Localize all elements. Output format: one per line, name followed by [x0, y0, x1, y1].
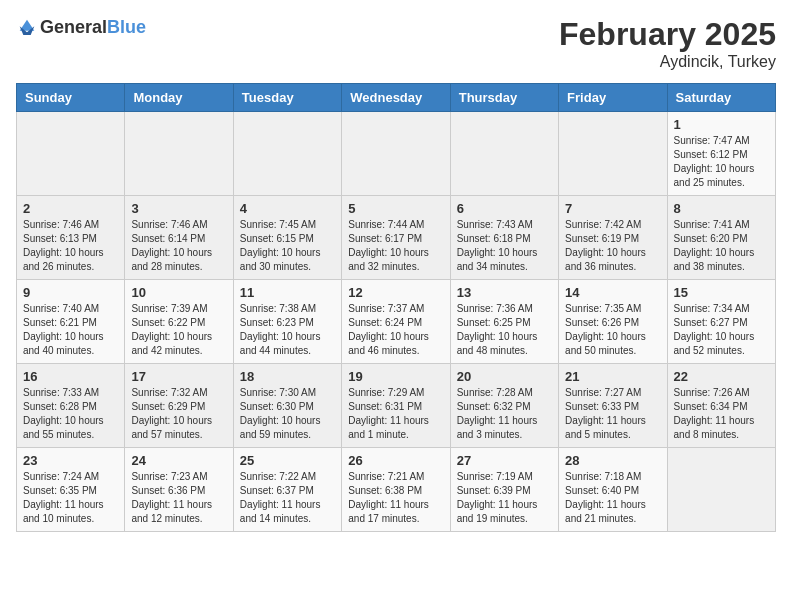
day-number: 1 — [674, 117, 769, 132]
cell-content: Sunrise: 7:39 AM Sunset: 6:22 PM Dayligh… — [131, 302, 226, 358]
calendar-week-row: 23Sunrise: 7:24 AM Sunset: 6:35 PM Dayli… — [17, 448, 776, 532]
cell-content: Sunrise: 7:46 AM Sunset: 6:13 PM Dayligh… — [23, 218, 118, 274]
cell-content: Sunrise: 7:42 AM Sunset: 6:19 PM Dayligh… — [565, 218, 660, 274]
calendar-cell: 9Sunrise: 7:40 AM Sunset: 6:21 PM Daylig… — [17, 280, 125, 364]
day-number: 10 — [131, 285, 226, 300]
day-number: 8 — [674, 201, 769, 216]
calendar-cell: 27Sunrise: 7:19 AM Sunset: 6:39 PM Dayli… — [450, 448, 558, 532]
location-title: Aydincik, Turkey — [559, 53, 776, 71]
day-number: 9 — [23, 285, 118, 300]
cell-content: Sunrise: 7:45 AM Sunset: 6:15 PM Dayligh… — [240, 218, 335, 274]
calendar-cell: 8Sunrise: 7:41 AM Sunset: 6:20 PM Daylig… — [667, 196, 775, 280]
cell-content: Sunrise: 7:21 AM Sunset: 6:38 PM Dayligh… — [348, 470, 443, 526]
logo-blue-text: Blue — [107, 17, 146, 37]
calendar-cell: 4Sunrise: 7:45 AM Sunset: 6:15 PM Daylig… — [233, 196, 341, 280]
day-number: 19 — [348, 369, 443, 384]
day-number: 16 — [23, 369, 118, 384]
calendar-cell: 20Sunrise: 7:28 AM Sunset: 6:32 PM Dayli… — [450, 364, 558, 448]
day-number: 28 — [565, 453, 660, 468]
calendar-cell: 5Sunrise: 7:44 AM Sunset: 6:17 PM Daylig… — [342, 196, 450, 280]
day-number: 26 — [348, 453, 443, 468]
col-thursday: Thursday — [450, 84, 558, 112]
cell-content: Sunrise: 7:30 AM Sunset: 6:30 PM Dayligh… — [240, 386, 335, 442]
col-sunday: Sunday — [17, 84, 125, 112]
day-number: 12 — [348, 285, 443, 300]
calendar-cell: 22Sunrise: 7:26 AM Sunset: 6:34 PM Dayli… — [667, 364, 775, 448]
calendar-cell: 21Sunrise: 7:27 AM Sunset: 6:33 PM Dayli… — [559, 364, 667, 448]
cell-content: Sunrise: 7:18 AM Sunset: 6:40 PM Dayligh… — [565, 470, 660, 526]
calendar-cell: 23Sunrise: 7:24 AM Sunset: 6:35 PM Dayli… — [17, 448, 125, 532]
logo-general-text: General — [40, 17, 107, 37]
day-number: 22 — [674, 369, 769, 384]
calendar-cell: 1Sunrise: 7:47 AM Sunset: 6:12 PM Daylig… — [667, 112, 775, 196]
cell-content: Sunrise: 7:23 AM Sunset: 6:36 PM Dayligh… — [131, 470, 226, 526]
col-wednesday: Wednesday — [342, 84, 450, 112]
calendar-cell: 13Sunrise: 7:36 AM Sunset: 6:25 PM Dayli… — [450, 280, 558, 364]
day-number: 20 — [457, 369, 552, 384]
calendar-cell: 16Sunrise: 7:33 AM Sunset: 6:28 PM Dayli… — [17, 364, 125, 448]
cell-content: Sunrise: 7:38 AM Sunset: 6:23 PM Dayligh… — [240, 302, 335, 358]
day-number: 17 — [131, 369, 226, 384]
calendar-week-row: 9Sunrise: 7:40 AM Sunset: 6:21 PM Daylig… — [17, 280, 776, 364]
day-number: 6 — [457, 201, 552, 216]
calendar-cell: 11Sunrise: 7:38 AM Sunset: 6:23 PM Dayli… — [233, 280, 341, 364]
calendar-cell: 12Sunrise: 7:37 AM Sunset: 6:24 PM Dayli… — [342, 280, 450, 364]
logo-icon — [16, 16, 38, 38]
cell-content: Sunrise: 7:43 AM Sunset: 6:18 PM Dayligh… — [457, 218, 552, 274]
cell-content: Sunrise: 7:35 AM Sunset: 6:26 PM Dayligh… — [565, 302, 660, 358]
calendar-table: Sunday Monday Tuesday Wednesday Thursday… — [16, 83, 776, 532]
day-number: 7 — [565, 201, 660, 216]
calendar-cell: 28Sunrise: 7:18 AM Sunset: 6:40 PM Dayli… — [559, 448, 667, 532]
day-number: 18 — [240, 369, 335, 384]
calendar-week-row: 1Sunrise: 7:47 AM Sunset: 6:12 PM Daylig… — [17, 112, 776, 196]
day-number: 25 — [240, 453, 335, 468]
day-number: 15 — [674, 285, 769, 300]
day-number: 4 — [240, 201, 335, 216]
day-number: 13 — [457, 285, 552, 300]
cell-content: Sunrise: 7:34 AM Sunset: 6:27 PM Dayligh… — [674, 302, 769, 358]
calendar-cell: 10Sunrise: 7:39 AM Sunset: 6:22 PM Dayli… — [125, 280, 233, 364]
day-number: 27 — [457, 453, 552, 468]
cell-content: Sunrise: 7:32 AM Sunset: 6:29 PM Dayligh… — [131, 386, 226, 442]
calendar-cell: 2Sunrise: 7:46 AM Sunset: 6:13 PM Daylig… — [17, 196, 125, 280]
calendar-cell — [233, 112, 341, 196]
title-block: February 2025 Aydincik, Turkey — [559, 16, 776, 71]
cell-content: Sunrise: 7:19 AM Sunset: 6:39 PM Dayligh… — [457, 470, 552, 526]
calendar-week-row: 16Sunrise: 7:33 AM Sunset: 6:28 PM Dayli… — [17, 364, 776, 448]
page-header: GeneralBlue February 2025 Aydincik, Turk… — [16, 16, 776, 71]
logo: GeneralBlue — [16, 16, 146, 38]
day-number: 5 — [348, 201, 443, 216]
calendar-cell — [17, 112, 125, 196]
cell-content: Sunrise: 7:46 AM Sunset: 6:14 PM Dayligh… — [131, 218, 226, 274]
cell-content: Sunrise: 7:47 AM Sunset: 6:12 PM Dayligh… — [674, 134, 769, 190]
calendar-cell — [559, 112, 667, 196]
day-number: 24 — [131, 453, 226, 468]
calendar-cell — [450, 112, 558, 196]
calendar-cell: 14Sunrise: 7:35 AM Sunset: 6:26 PM Dayli… — [559, 280, 667, 364]
calendar-cell: 26Sunrise: 7:21 AM Sunset: 6:38 PM Dayli… — [342, 448, 450, 532]
cell-content: Sunrise: 7:37 AM Sunset: 6:24 PM Dayligh… — [348, 302, 443, 358]
calendar-cell — [667, 448, 775, 532]
calendar-week-row: 2Sunrise: 7:46 AM Sunset: 6:13 PM Daylig… — [17, 196, 776, 280]
calendar-cell: 3Sunrise: 7:46 AM Sunset: 6:14 PM Daylig… — [125, 196, 233, 280]
calendar-header-row: Sunday Monday Tuesday Wednesday Thursday… — [17, 84, 776, 112]
calendar-cell: 25Sunrise: 7:22 AM Sunset: 6:37 PM Dayli… — [233, 448, 341, 532]
day-number: 21 — [565, 369, 660, 384]
day-number: 23 — [23, 453, 118, 468]
cell-content: Sunrise: 7:28 AM Sunset: 6:32 PM Dayligh… — [457, 386, 552, 442]
day-number: 2 — [23, 201, 118, 216]
calendar-cell: 18Sunrise: 7:30 AM Sunset: 6:30 PM Dayli… — [233, 364, 341, 448]
calendar-cell: 19Sunrise: 7:29 AM Sunset: 6:31 PM Dayli… — [342, 364, 450, 448]
month-title: February 2025 — [559, 16, 776, 53]
calendar-cell: 7Sunrise: 7:42 AM Sunset: 6:19 PM Daylig… — [559, 196, 667, 280]
cell-content: Sunrise: 7:41 AM Sunset: 6:20 PM Dayligh… — [674, 218, 769, 274]
cell-content: Sunrise: 7:26 AM Sunset: 6:34 PM Dayligh… — [674, 386, 769, 442]
cell-content: Sunrise: 7:36 AM Sunset: 6:25 PM Dayligh… — [457, 302, 552, 358]
cell-content: Sunrise: 7:29 AM Sunset: 6:31 PM Dayligh… — [348, 386, 443, 442]
col-monday: Monday — [125, 84, 233, 112]
cell-content: Sunrise: 7:33 AM Sunset: 6:28 PM Dayligh… — [23, 386, 118, 442]
cell-content: Sunrise: 7:24 AM Sunset: 6:35 PM Dayligh… — [23, 470, 118, 526]
col-friday: Friday — [559, 84, 667, 112]
day-number: 11 — [240, 285, 335, 300]
calendar-cell: 6Sunrise: 7:43 AM Sunset: 6:18 PM Daylig… — [450, 196, 558, 280]
